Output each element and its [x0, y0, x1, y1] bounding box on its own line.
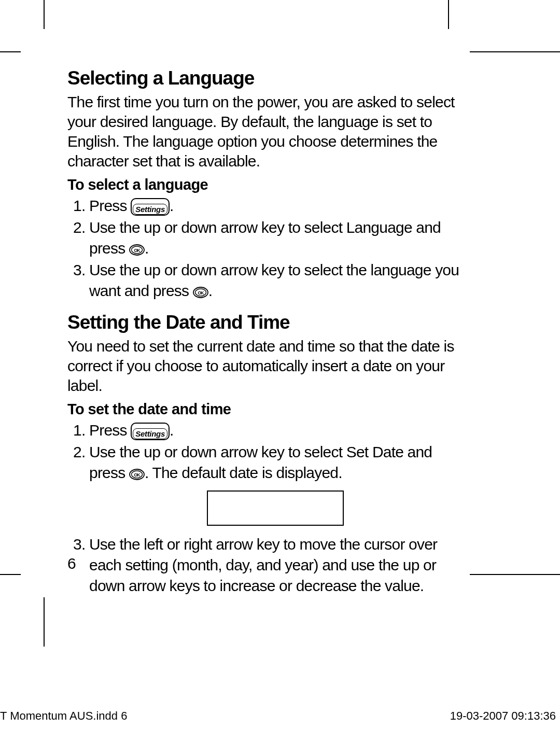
step-text: .: [170, 422, 174, 439]
step-text: . The default date is displayed.: [145, 464, 342, 481]
step-text: Press: [89, 197, 131, 214]
crop-mark: [448, 0, 449, 29]
crop-mark: [470, 51, 560, 52]
steps-set-date-time: Press Settings. Use the up or down arrow…: [67, 420, 461, 596]
settings-button-icon: Settings: [131, 198, 170, 216]
svg-text:OK: OK: [198, 290, 204, 296]
page-content: Selecting a Language The first time you …: [67, 67, 461, 604]
crop-mark: [470, 574, 560, 575]
list-item: Press Settings.: [89, 420, 461, 441]
crop-mark: [0, 51, 21, 52]
step-text: .: [208, 282, 213, 299]
display-box: [207, 490, 344, 526]
subheading-set-date-time: To set the date and time: [67, 401, 461, 418]
settings-button-icon: Settings: [131, 423, 170, 440]
heading-date-time: Setting the Date and Time: [67, 312, 461, 333]
crop-mark: [0, 574, 21, 575]
settings-button-label: Settings: [133, 428, 167, 439]
intro-selecting-language: The first time you turn on the power, yo…: [67, 92, 461, 171]
list-item: Use the left or right arrow key to move …: [89, 534, 461, 596]
footer-filename: T Momentum AUS.indd 6: [0, 709, 127, 723]
step-text: Use the left or right arrow key to move …: [89, 536, 437, 594]
svg-text:OK: OK: [134, 472, 141, 478]
crop-mark: [44, 0, 45, 29]
step-text: .: [145, 240, 149, 257]
ok-button-icon: OK: [193, 287, 208, 298]
intro-date-time: You need to set the current date and tim…: [67, 337, 461, 396]
list-item: Use the up or down arrow key to select L…: [89, 217, 461, 259]
crop-mark: [44, 597, 45, 647]
list-item: Use the up or down arrow key to select t…: [89, 260, 461, 301]
step-text: Press: [89, 422, 131, 439]
list-item: Press Settings.: [89, 195, 461, 216]
page-number: 6: [67, 555, 76, 572]
step-text: Use the up or down arrow key to select t…: [89, 261, 459, 299]
steps-select-language: Press Settings. Use the up or down arrow…: [67, 195, 461, 301]
step-text: .: [170, 197, 174, 214]
list-item: Use the up or down arrow key to select S…: [89, 442, 461, 526]
settings-button-label: Settings: [133, 204, 167, 215]
svg-text:OK: OK: [134, 248, 141, 253]
heading-selecting-language: Selecting a Language: [67, 67, 461, 89]
subheading-select-language: To select a language: [67, 176, 461, 193]
footer-timestamp: 19-03-2007 09:13:36: [450, 709, 556, 723]
ok-button-icon: OK: [129, 469, 145, 480]
ok-button-icon: OK: [129, 244, 145, 256]
